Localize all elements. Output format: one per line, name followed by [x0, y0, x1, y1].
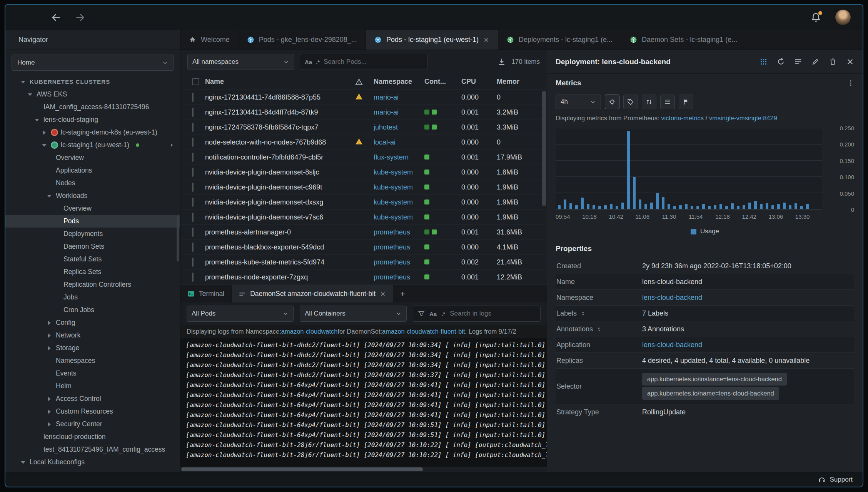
row-checkbox[interactable]	[192, 213, 194, 222]
row-checkbox[interactable]	[192, 108, 194, 117]
namespace-link[interactable]: kube-system	[374, 183, 420, 191]
chevron-down-icon[interactable]	[33, 117, 41, 122]
regex-icon[interactable]: .*	[441, 311, 445, 317]
pods-table-scrollbar[interactable]	[542, 91, 546, 283]
sidebar-item-overview[interactable]: Overview	[5, 202, 180, 215]
chevron-down-icon[interactable]	[26, 92, 34, 97]
sidebar-item-network[interactable]: Network	[5, 329, 180, 342]
close-icon[interactable]	[483, 37, 489, 43]
chevron-down-icon[interactable]	[40, 143, 48, 148]
namespace-link[interactable]: mario-ai	[374, 93, 420, 101]
row-checkbox[interactable]	[192, 123, 194, 132]
sidebar-item-helm[interactable]: Helm	[5, 380, 180, 392]
table-row-nginx-1724758378-5fb6f5847c-tqpx7[interactable]: nginx-1724758378-5fb6f5847c-tqpx7juhotes…	[180, 120, 547, 135]
expander-icon[interactable]	[596, 326, 602, 332]
namespace-link[interactable]: mario-ai	[374, 108, 420, 116]
notifications-bell-icon[interactable]	[811, 12, 821, 23]
sort-button[interactable]	[642, 95, 656, 109]
sidebar-item-stateful-sets[interactable]: Stateful Sets	[5, 253, 180, 266]
scrollbar-thumb[interactable]	[181, 467, 423, 471]
chart-legend[interactable]: Usage	[556, 223, 854, 239]
time-range-select[interactable]: 4h	[556, 95, 601, 109]
sidebar-item-overview[interactable]: Overview	[5, 151, 180, 164]
row-checkbox[interactable]	[192, 153, 194, 162]
user-avatar[interactable]	[835, 9, 851, 25]
crosshair-button[interactable]	[605, 95, 619, 109]
sidebar-item-aws-eks[interactable]: AWS EKS	[5, 88, 180, 101]
namespace-link[interactable]: amazon-cloudwatch	[281, 328, 338, 335]
chevron-right-icon[interactable]	[45, 396, 53, 401]
close-icon[interactable]	[380, 291, 386, 297]
tab-welcome[interactable]: Welcome	[180, 30, 239, 50]
chevron-down-icon[interactable]	[19, 460, 27, 465]
prometheus-provider-link[interactable]: victoria-metrics	[661, 115, 704, 121]
chevron-down-icon[interactable]	[19, 79, 27, 84]
table-row-nginx-1721304411-84d4ff7d4b-87tk9[interactable]: nginx-1721304411-84d4ff7d4b-87tk9mario-a…	[180, 105, 547, 120]
row-checkbox[interactable]	[192, 273, 194, 282]
tab-pods-lc-staging1-eu-west-1[interactable]: Pods - lc-staging1 (eu-west-1)	[366, 30, 498, 50]
sidebar-item-lc-staging-demo-k8s-eu-west-1[interactable]: lc-staging-demo-k8s (eu-west-1)	[5, 126, 180, 139]
sidebar-item-replication-controllers[interactable]: Replication Controllers	[5, 278, 180, 291]
row-checkbox[interactable]	[192, 258, 194, 267]
sidebar-item-cron-jobs[interactable]: Cron Jobs	[5, 304, 180, 316]
chevron-right-icon[interactable]	[45, 346, 53, 351]
table-row-notification-controller-7bfbfd6479-cbl5r[interactable]: notification-controller-7bfbfd6479-cbl5r…	[180, 150, 547, 165]
sidebar-item-applications[interactable]: Applications	[5, 164, 180, 177]
pods-search-input[interactable]: Aa .* Search Pods...	[300, 54, 427, 70]
namespace-link[interactable]: prometheus	[374, 258, 420, 266]
expander-icon[interactable]	[580, 311, 586, 316]
property-link[interactable]: lens-cloud-backend	[642, 294, 702, 301]
column-header-memory[interactable]: Memor	[497, 78, 537, 86]
column-header-name[interactable]: Name	[205, 78, 355, 86]
match-case-icon[interactable]: Aa	[305, 59, 312, 65]
sidebar-scrollbar[interactable]	[177, 215, 179, 261]
row-checkbox[interactable]	[192, 228, 194, 237]
sidebar-item-namespaces[interactable]: Namespaces	[5, 354, 180, 367]
table-row-prometheus-alertmanager-0[interactable]: prometheus-alertmanager-0prometheus0.001…	[180, 225, 547, 240]
property-link[interactable]: lens-cloud-backend	[642, 341, 702, 349]
sidebar-item-jobs[interactable]: Jobs	[5, 291, 180, 304]
namespace-filter-select[interactable]: All namespaces	[187, 54, 294, 70]
kebab-menu-icon[interactable]	[847, 80, 854, 86]
match-case-icon[interactable]: Aa	[429, 311, 437, 317]
tag-button[interactable]	[623, 95, 638, 109]
sidebar-item-security-center[interactable]: Security Center	[5, 418, 180, 430]
lines-button[interactable]	[660, 95, 675, 109]
refresh-icon[interactable]	[777, 58, 785, 66]
table-row-prometheus-blackbox-exporter-549dcd[interactable]: prometheus-blackbox-exporter-549dcdprome…	[180, 240, 547, 255]
tab-deployments-lc-staging1-e[interactable]: Deployments - lc-staging1 (e...	[498, 30, 621, 50]
container-filter-select[interactable]: All Containers	[300, 306, 407, 322]
prometheus-endpoint-link[interactable]: vmsingle-vmsingle:8429	[709, 115, 777, 121]
logs-lines-icon[interactable]	[794, 58, 802, 66]
sidebar-item-lenscloud-production[interactable]: lenscloud-production	[5, 430, 180, 443]
namespace-link[interactable]: prometheus	[374, 273, 420, 281]
namespace-link[interactable]: local-ai	[374, 138, 420, 146]
sidebar-item-local-kubeconfigs[interactable]: Local Kubeconfigs	[5, 456, 180, 469]
logs-h-scrollbar[interactable]	[180, 467, 547, 472]
sidebar-item-nodes[interactable]: Nodes	[5, 177, 180, 189]
column-header-namespace[interactable]: Namespace	[374, 78, 424, 86]
dock-tab-daemonset-amazon-cloudwatch-fluent-bit[interactable]: DaemonSet amazon-cloudwatch-fluent-bit	[232, 285, 393, 303]
tab-daemon-sets-lc-staging1-e[interactable]: Daemon Sets - lc-staging1 (e...	[621, 30, 746, 50]
namespace-link[interactable]: prometheus	[374, 228, 420, 236]
sidebar-item-kubernetes-clusters[interactable]: KUBERNETES CLUSTERS	[5, 75, 180, 88]
flag-button[interactable]	[679, 95, 693, 109]
chevron-right-icon[interactable]	[40, 130, 48, 135]
sidebar-item-pods[interactable]: Pods	[5, 215, 180, 228]
namespace-link[interactable]: kube-system	[374, 213, 420, 221]
sidebar-item-test-841310725496-iam-config-access[interactable]: test_841310725496_IAM_config_access	[5, 443, 180, 456]
filter-funnel-icon[interactable]	[418, 310, 425, 317]
table-row-nvidia-device-plugin-daemonset-dxsxg[interactable]: nvidia-device-plugin-daemonset-dxsxgkube…	[180, 195, 547, 210]
table-row-prometheus-kube-state-metrics-5fd974[interactable]: prometheus-kube-state-metrics-5fd974prom…	[180, 255, 547, 270]
sidebar-item-events[interactable]: Events	[5, 367, 180, 380]
pod-filter-select[interactable]: All Pods	[187, 306, 294, 322]
sidebar-item-iam-config-access-841310725496[interactable]: IAM_config_access-841310725496	[5, 101, 180, 113]
row-checkbox[interactable]	[192, 93, 194, 102]
support-button[interactable]: Support	[830, 476, 853, 484]
table-row-nvidia-device-plugin-daemonset-v7sc6[interactable]: nvidia-device-plugin-daemonset-v7sc6kube…	[180, 210, 547, 225]
namespace-link[interactable]: juhotest	[374, 123, 420, 131]
download-icon[interactable]	[497, 58, 506, 66]
daemonset-link[interactable]: amazon-cloudwatch-fluent-bit	[382, 328, 465, 335]
namespace-link[interactable]: kube-system	[374, 198, 420, 206]
namespace-link[interactable]: flux-system	[374, 153, 420, 161]
